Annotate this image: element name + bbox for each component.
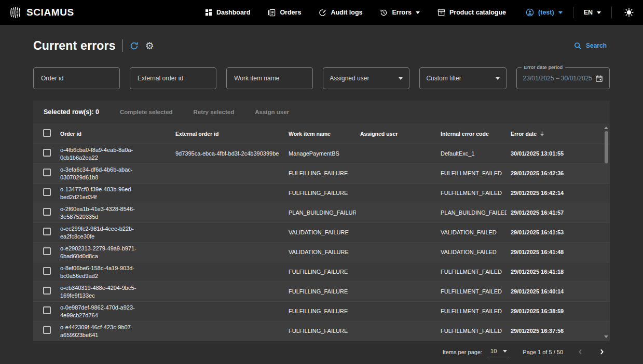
custom-filter-select[interactable]: Custom filter: [419, 67, 506, 89]
errors-table: Order id External order id Work item nam…: [33, 123, 610, 341]
assigned-user-cell: [356, 243, 436, 262]
sun-icon: [624, 8, 634, 17]
sort-descending-icon: [539, 131, 545, 136]
complete-selected-button[interactable]: Complete selected: [120, 109, 173, 115]
assign-user-button[interactable]: Assign user: [255, 109, 289, 115]
calendar-icon[interactable]: [595, 75, 603, 82]
assigned-user-cell: [356, 223, 436, 243]
external-order-id-cell: [171, 184, 284, 203]
nav-item-product-catalogue[interactable]: Product catalogue: [437, 9, 506, 17]
external-order-id-cell: [171, 302, 284, 321]
product-catalogue-icon: [437, 9, 445, 17]
external-order-id-cell: [171, 321, 284, 341]
table-row[interactable]: o-2f60ea1b-41e3-4328-8546-3e587520335dPL…: [33, 203, 610, 223]
row-checkbox[interactable]: [43, 149, 51, 157]
error-date-period-field[interactable]: Error date period 23/01/2025 – 30/01/202…: [516, 67, 610, 89]
row-checkbox[interactable]: [43, 208, 51, 216]
row-checkbox-cell: [33, 262, 56, 282]
brand: SCIAMUS: [9, 6, 74, 19]
table-row[interactable]: o-3efa6c34-df6d-4b6b-abac-0307029d61b8FU…: [33, 164, 610, 184]
dashboard-icon: [205, 9, 212, 16]
row-checkbox[interactable]: [43, 247, 51, 255]
scroll-down-icon[interactable]: [604, 335, 608, 338]
external-order-id-cell: [171, 164, 284, 184]
external-order-id-cell: [171, 243, 284, 262]
table-row[interactable]: o-ec299fc2-981d-4cee-b22b-ea2fc8ce30feVA…: [33, 223, 610, 243]
order-id-field[interactable]: [33, 67, 120, 89]
nav-item-orders[interactable]: Orders: [268, 9, 301, 17]
work-item-name-input[interactable]: [233, 74, 306, 82]
previous-page-button[interactable]: [577, 348, 584, 356]
refresh-button[interactable]: [130, 41, 139, 50]
row-checkbox[interactable]: [43, 188, 51, 196]
filters-row: Assigned user Custom filter Error date p…: [33, 67, 610, 89]
work-item-name-field[interactable]: [226, 67, 313, 89]
header-external-order-id[interactable]: External order id: [171, 123, 284, 144]
row-checkbox[interactable]: [43, 267, 51, 275]
error-date-cell: 29/01/2025 16:42:36: [507, 164, 610, 184]
assigned-user-cell: [356, 262, 436, 282]
table-scrollbar[interactable]: [603, 127, 609, 338]
row-checkbox[interactable]: [43, 306, 51, 314]
chevron-down-icon: [416, 11, 420, 14]
chevron-down-icon: [496, 77, 500, 80]
nav-item-audit-logs[interactable]: Audit logs: [319, 9, 362, 17]
title-row: Current errors ⚙ Search: [33, 37, 610, 54]
order-id-cell: o-3efa6c34-df6d-4b6b-abac-0307029d61b8: [56, 164, 171, 184]
assigned-user-cell: [356, 321, 436, 341]
select-all-checkbox[interactable]: [43, 129, 51, 137]
chevron-down-icon: [399, 77, 403, 80]
scrollbar-thumb[interactable]: [605, 131, 608, 163]
row-checkbox[interactable]: [43, 287, 51, 295]
table-row[interactable]: o-8ef06be6-158c-4a19-903d-bc0a56ed9ad2FU…: [33, 262, 610, 282]
table-row[interactable]: o-e442309f-46cf-423c-9b07-a659923be641FU…: [33, 321, 610, 341]
retry-selected-button[interactable]: Retry selected: [194, 109, 235, 115]
external-order-id-field[interactable]: [130, 67, 216, 89]
table-row[interactable]: o-eb340319-488e-4204-9bc5-169fe9f133ecFU…: [33, 282, 610, 302]
order-id-input[interactable]: [40, 74, 113, 82]
table-row[interactable]: o-e2902313-2279-49a9-b971-6bad60d0d8caVA…: [33, 243, 610, 262]
row-checkbox[interactable]: [43, 169, 51, 176]
next-page-button[interactable]: [598, 348, 606, 356]
nav-label: Errors: [392, 9, 412, 16]
items-per-page-select[interactable]: 10: [487, 346, 509, 357]
error-date-cell: 29/01/2025 16:41:18: [507, 262, 610, 282]
order-id-cell: o-4fb6cba0-f8a9-4eab-8a0a-0cb1b6a2ea22: [56, 144, 171, 164]
header-assigned-user[interactable]: Assigned user: [356, 123, 436, 144]
error-date-period-label: Error date period: [522, 64, 566, 70]
assigned-user-select[interactable]: Assigned user: [323, 67, 409, 89]
row-checkbox[interactable]: [43, 326, 51, 334]
user-icon: [526, 8, 534, 17]
external-order-id-input[interactable]: [136, 74, 210, 82]
scroll-up-icon[interactable]: [604, 127, 608, 129]
nav-item-errors[interactable]: Errors: [380, 9, 420, 17]
row-checkbox[interactable]: [43, 228, 51, 235]
header-order-id[interactable]: Order id: [56, 123, 171, 144]
table-row[interactable]: o-0e987def-9862-470d-a923-4e99cb27d764FU…: [33, 302, 610, 321]
custom-filter-label: Custom filter: [426, 75, 461, 82]
refresh-icon: [130, 41, 139, 50]
title-divider: [122, 39, 123, 52]
table-body: o-4fb6cba0-f8a9-4eab-8a0a-0cb1b6a2ea229d…: [33, 144, 610, 341]
external-order-id-cell: [171, 262, 284, 282]
nav-item-dashboard[interactable]: Dashboard: [205, 9, 250, 16]
header-work-item-name[interactable]: Work item name: [284, 123, 356, 144]
table-row[interactable]: o-4fb6cba0-f8a9-4eab-8a0a-0cb1b6a2ea229d…: [33, 144, 610, 164]
header-error-date[interactable]: Error date: [507, 123, 610, 144]
orders-icon: [268, 9, 276, 17]
page-info: Page 1 of 5 / 50: [523, 349, 563, 355]
user-menu[interactable]: (test): [526, 8, 563, 17]
settings-button[interactable]: ⚙: [145, 41, 154, 51]
internal-error-code-cell: PLAN_BUILDING_FAILED: [436, 203, 507, 223]
error-date-cell: 29/01/2025 16:37:56: [507, 321, 610, 341]
items-per-page: Items per page: 10: [443, 346, 510, 357]
header-internal-error-code[interactable]: Internal error code: [436, 123, 507, 144]
table-row[interactable]: o-13477cf0-f39e-403b-96ed-bed2d21ed34fFU…: [33, 184, 610, 203]
theme-toggle-button[interactable]: [624, 8, 634, 17]
language-menu[interactable]: EN: [584, 9, 601, 16]
work-item-name-cell: FULFILLING_FAILURE: [284, 184, 356, 203]
search-button[interactable]: Search: [571, 41, 610, 50]
row-checkbox-cell: [33, 223, 56, 243]
nav-label: Dashboard: [216, 9, 250, 16]
row-checkbox-cell: [33, 164, 56, 184]
